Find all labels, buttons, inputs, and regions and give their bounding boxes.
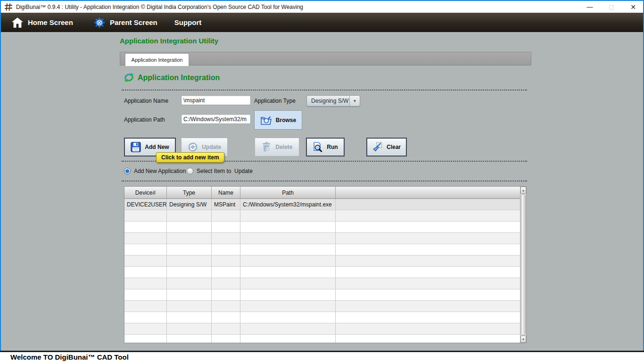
scroll-up-icon[interactable]: ▲ xyxy=(520,187,526,194)
table-row[interactable] xyxy=(124,335,521,343)
table-row[interactable] xyxy=(124,289,521,301)
nav-support[interactable]: Support xyxy=(174,18,202,26)
table-cell xyxy=(124,255,167,266)
table-cell xyxy=(167,278,212,289)
window-controls: — ▢ ✕ xyxy=(579,1,644,13)
table-cell xyxy=(240,289,336,300)
app-logo-icon xyxy=(5,3,12,11)
scrollbar-thumb[interactable] xyxy=(521,194,526,336)
table-cell xyxy=(240,301,336,312)
radio-add-new-label: Add New Application xyxy=(134,168,186,174)
column-header-filler xyxy=(336,187,521,198)
window-border-left xyxy=(0,0,1,351)
table-row[interactable]: DEVICE2USERDesigning S/WMSPaintC:/Window… xyxy=(124,199,521,210)
nav-parent-label: Parent Screen xyxy=(110,18,157,26)
scroll-down-icon[interactable]: ▼ xyxy=(520,336,526,343)
separator xyxy=(122,181,527,181)
table-cell xyxy=(240,278,336,289)
tab-application-integration[interactable]: Application Integration xyxy=(125,53,189,66)
browse-button[interactable]: Browse xyxy=(254,110,302,130)
table-cell xyxy=(124,222,167,232)
table-cell xyxy=(336,289,521,300)
broom-icon xyxy=(372,142,383,152)
table-row[interactable] xyxy=(124,210,521,222)
application-path-input[interactable] xyxy=(181,114,251,124)
table-row[interactable] xyxy=(124,278,521,289)
table-cell: DEVICE2USER xyxy=(124,199,167,210)
nav-home-screen[interactable]: Home Screen xyxy=(12,17,73,28)
table-cell xyxy=(240,210,336,221)
table-cell xyxy=(240,244,336,255)
applications-table: Device# Type Name Path DEVICE2USERDesign… xyxy=(124,186,527,343)
column-header-path[interactable]: Path xyxy=(240,187,336,198)
table-cell xyxy=(240,335,336,343)
table-columns: Device# Type Name Path DEVICE2USERDesign… xyxy=(124,187,521,343)
run-search-icon xyxy=(313,142,323,152)
table-cell xyxy=(167,233,212,244)
run-button[interactable]: Run xyxy=(306,138,345,156)
table-scrollbar[interactable]: ▲ ▼ xyxy=(520,187,526,343)
table-cell xyxy=(124,312,167,323)
table-row[interactable] xyxy=(124,222,521,233)
table-cell xyxy=(336,267,521,278)
table-row[interactable] xyxy=(124,312,521,323)
table-cell xyxy=(167,323,212,334)
table-header-row: Device# Type Name Path xyxy=(124,187,521,199)
radio-add-new-application[interactable] xyxy=(124,168,131,174)
table-row[interactable] xyxy=(124,301,521,312)
application-type-value: Designing S/W xyxy=(307,98,349,104)
table-cell xyxy=(240,255,336,266)
clear-label: Clear xyxy=(387,144,401,150)
home-icon xyxy=(12,17,23,28)
tab-strip: Application Integration xyxy=(120,52,531,66)
table-cell xyxy=(336,233,521,244)
nav-parent-screen[interactable]: Parent Screen xyxy=(94,17,157,28)
column-header-device[interactable]: Device# xyxy=(124,187,167,198)
column-header-type[interactable]: Type xyxy=(167,187,212,198)
minimize-button[interactable]: — xyxy=(579,1,601,13)
table-cell xyxy=(212,278,240,289)
table-cell: C:/Windows/System32/mspaint.exe xyxy=(240,199,336,210)
application-name-input[interactable] xyxy=(181,95,251,105)
maximize-button[interactable]: ▢ xyxy=(601,1,622,13)
floppy-disk-icon xyxy=(131,142,141,152)
table-row[interactable] xyxy=(124,267,521,278)
delete-label: Delete xyxy=(275,144,292,150)
table-cell xyxy=(212,312,240,323)
table-cell xyxy=(167,255,212,266)
table-cell xyxy=(336,323,521,334)
table-cell xyxy=(124,301,167,312)
table-cell xyxy=(124,323,167,334)
browse-label: Browse xyxy=(276,117,296,123)
table-cell xyxy=(336,199,521,210)
update-label: Update xyxy=(202,144,221,150)
title-bar: DigiBunai™ 0.9.4 : Utility - Application… xyxy=(0,1,644,13)
table-cell xyxy=(212,244,240,255)
radio-select-item-label: Select Item to Update xyxy=(197,168,253,174)
table-row[interactable] xyxy=(124,255,521,267)
section-header: Application Integration xyxy=(124,72,220,83)
nav-support-label: Support xyxy=(174,18,202,26)
radio-group: Add New Application Select Item to Updat… xyxy=(124,168,254,174)
main-content: Application Integration Utility Applicat… xyxy=(0,32,644,351)
table-row[interactable] xyxy=(124,244,521,255)
table-cell xyxy=(124,289,167,300)
table-cell xyxy=(124,278,167,289)
table-cell xyxy=(212,267,240,278)
delete-button[interactable]: Delete xyxy=(255,138,299,156)
clear-button[interactable]: Clear xyxy=(366,138,407,156)
table-row[interactable] xyxy=(124,233,521,244)
table-cell xyxy=(124,233,167,244)
table-row[interactable] xyxy=(124,323,521,335)
close-button[interactable]: ✕ xyxy=(622,1,644,13)
application-type-dropdown[interactable]: Designing S/W ▼ xyxy=(306,95,360,107)
status-bar: Welcome TO DigiBunai™ CAD Tool xyxy=(0,352,644,362)
column-header-name[interactable]: Name xyxy=(212,187,240,198)
status-message: Welcome TO DigiBunai™ CAD Tool xyxy=(10,353,129,361)
table-cell xyxy=(336,255,521,266)
table-cell xyxy=(336,301,521,312)
table-cell xyxy=(336,278,521,289)
section-title: Application Integration xyxy=(138,74,220,82)
radio-select-item-update[interactable] xyxy=(187,168,193,174)
chevron-down-icon[interactable]: ▼ xyxy=(349,96,360,106)
